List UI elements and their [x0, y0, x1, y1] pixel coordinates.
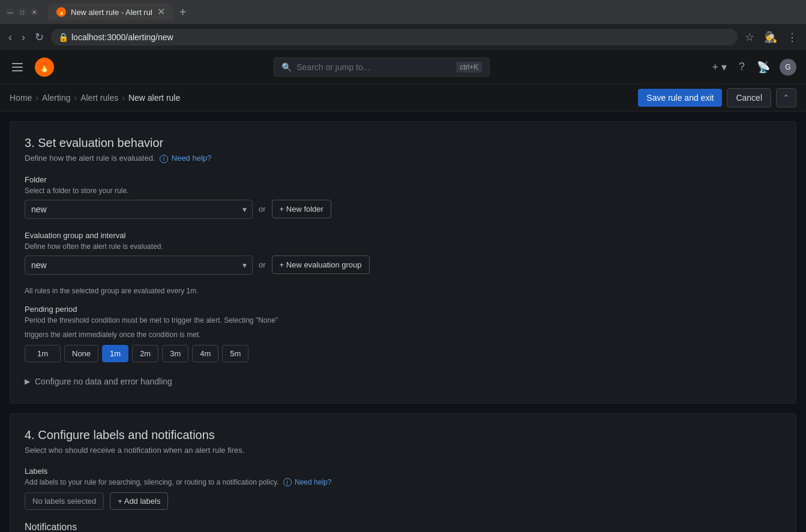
- window-controls: — □ ✕: [6, 8, 38, 16]
- breadcrumb-sep-1: ›: [35, 93, 38, 103]
- address-input[interactable]: [51, 29, 738, 46]
- grafana-logo: 🔥: [35, 58, 54, 77]
- more-button[interactable]: ⋮: [784, 28, 800, 46]
- labels-need-help-link[interactable]: Need help?: [295, 478, 331, 486]
- bookmark-button[interactable]: ☆: [742, 28, 757, 46]
- header-actions: + ▾ ? 📡 G: [709, 58, 796, 76]
- nav-actions: ☆ 🕵 ⋮: [742, 28, 800, 46]
- main-content: 3. Set evaluation behavior Define how th…: [0, 112, 806, 532]
- period-buttons-row: None 1m 2m 3m 4m 5m: [25, 345, 781, 362]
- labels-section: Labels Add labels to your rule for searc…: [25, 467, 781, 510]
- section-3-desc-text: Define how the alert rule is evaluated.: [25, 154, 155, 163]
- period-4m-button[interactable]: 4m: [192, 345, 218, 362]
- labels-info-icon: i: [283, 478, 292, 486]
- labels-row: No labels selected + Add labels: [25, 492, 781, 510]
- configure-no-data-row[interactable]: ▶ Configure no data and error handling: [25, 374, 781, 389]
- eval-sublabel: Define how often the alert rule is evalu…: [25, 242, 781, 251]
- minimize-button[interactable]: —: [6, 8, 14, 16]
- breadcrumb-bar: Home › Alerting › Alert rules › New aler…: [0, 84, 806, 112]
- section3-need-help-link[interactable]: Need help?: [172, 154, 212, 163]
- section-4-desc: Select who should receive a notification…: [25, 446, 781, 455]
- pending-period-desc2: triggers the alert immediately once the …: [25, 330, 781, 339]
- reload-button[interactable]: ↻: [32, 28, 46, 46]
- eval-row: new ▾ or + New evaluation group: [25, 256, 781, 275]
- section-3-title: 3. Set evaluation behavior: [25, 136, 781, 150]
- section-3-card: 3. Set evaluation behavior Define how th…: [10, 121, 796, 404]
- grafana-app: 🔥 🔍 Search or jump to... ctrl+K + ▾ ? 📡 …: [0, 50, 806, 532]
- eval-group-select[interactable]: new: [25, 256, 253, 275]
- pending-period-group: Pending period Period the threshold cond…: [25, 305, 781, 362]
- period-5m-button[interactable]: 5m: [222, 345, 248, 362]
- new-folder-button[interactable]: + New folder: [272, 200, 331, 218]
- eval-select-wrapper: new ▾: [25, 256, 253, 275]
- cancel-button[interactable]: Cancel: [727, 88, 771, 107]
- labels-label: Labels: [25, 467, 781, 476]
- browser-nav: ‹ › ↻ 🔒 ☆ 🕵 ⋮: [0, 24, 806, 50]
- section-3-desc: Define how the alert rule is evaluated. …: [25, 154, 781, 163]
- add-labels-button[interactable]: + Add labels: [110, 492, 168, 510]
- breadcrumb-alerting[interactable]: Alerting: [42, 93, 70, 103]
- active-tab[interactable]: 🔥 New alert rule - Alert rul ✕: [48, 4, 173, 20]
- no-labels-text: No labels selected: [25, 492, 104, 510]
- rss-button[interactable]: 📡: [754, 58, 772, 76]
- section3-info-icon: i: [160, 155, 168, 163]
- new-eval-group-button[interactable]: + New evaluation group: [272, 256, 370, 274]
- search-placeholder-text: Search or jump to...: [296, 62, 451, 72]
- section-4-card: 4. Configure labels and notifications Se…: [10, 413, 796, 533]
- help-button[interactable]: ?: [736, 58, 747, 76]
- browser-chrome: — □ ✕ 🔥 New alert rule - Alert rul ✕ + ‹…: [0, 0, 806, 50]
- pending-period-desc1: Period the threshold condition must be m…: [25, 316, 781, 324]
- evaluation-group-field: Evaluation group and interval Define how…: [25, 231, 781, 275]
- notifications-section: Notifications Select who should receive …: [25, 522, 781, 532]
- tab-title: New alert rule - Alert rul: [71, 8, 152, 17]
- folder-select[interactable]: new: [25, 200, 253, 219]
- tab-favicon: 🔥: [56, 7, 66, 17]
- add-button[interactable]: + ▾: [709, 58, 729, 76]
- search-icon: 🔍: [281, 62, 292, 72]
- back-button[interactable]: ‹: [6, 29, 14, 46]
- eval-info-text: All rules in the selected group are eval…: [25, 287, 781, 295]
- browser-titlebar: — □ ✕ 🔥 New alert rule - Alert rul ✕ +: [0, 0, 806, 24]
- pending-period-input[interactable]: [25, 345, 61, 362]
- configure-chevron-icon: ▶: [25, 377, 30, 386]
- search-bar[interactable]: 🔍 Search or jump to... ctrl+K: [274, 58, 490, 77]
- breadcrumb-home[interactable]: Home: [10, 93, 32, 103]
- header-search: 🔍 Search or jump to... ctrl+K: [64, 58, 700, 77]
- tab-close-button[interactable]: ✕: [157, 7, 165, 17]
- address-lock-icon: 🔒: [58, 32, 68, 42]
- address-bar-container: 🔒: [51, 29, 738, 46]
- browser-tabs: 🔥 New alert rule - Alert rul ✕ +: [48, 4, 800, 20]
- forward-button[interactable]: ›: [19, 29, 28, 46]
- folder-or-text: or: [259, 205, 266, 214]
- configure-label: Configure no data and error handling: [35, 377, 172, 386]
- labels-desc: Add labels to your rule for searching, s…: [25, 478, 781, 487]
- period-1m-button[interactable]: 1m: [102, 345, 128, 362]
- save-rule-button[interactable]: Save rule and exit: [638, 89, 722, 107]
- user-avatar[interactable]: G: [780, 59, 796, 76]
- close-button[interactable]: ✕: [30, 8, 38, 16]
- hamburger-menu-button[interactable]: [10, 61, 25, 74]
- maximize-button[interactable]: □: [18, 8, 26, 16]
- new-tab-button[interactable]: +: [176, 5, 190, 19]
- search-shortcut-badge: ctrl+K: [456, 62, 482, 73]
- app-header: 🔥 🔍 Search or jump to... ctrl+K + ▾ ? 📡 …: [0, 50, 806, 84]
- period-none-button[interactable]: None: [64, 345, 98, 362]
- period-3m-button[interactable]: 3m: [162, 345, 188, 362]
- folder-label: Folder: [25, 175, 781, 184]
- folder-field: Folder Select a folder to store your rul…: [25, 175, 781, 219]
- labels-desc-text: Add labels to your rule for searching, s…: [25, 478, 278, 486]
- incognito-button[interactable]: 🕵: [762, 28, 780, 46]
- eval-or-text: or: [259, 260, 266, 269]
- breadcrumb-alert-rules[interactable]: Alert rules: [80, 93, 118, 103]
- breadcrumb-current: New alert rule: [128, 93, 180, 103]
- period-2m-button[interactable]: 2m: [132, 345, 158, 362]
- collapse-button[interactable]: ⌃: [776, 88, 796, 107]
- pending-period-label: Pending period: [25, 305, 781, 314]
- hamburger-icon: [12, 63, 23, 71]
- breadcrumb-actions: Save rule and exit Cancel ⌃: [638, 88, 796, 107]
- folder-row: new ▾ or + New folder: [25, 200, 781, 219]
- breadcrumb-sep-3: ›: [122, 93, 125, 103]
- folder-sublabel: Select a folder to store your rule.: [25, 187, 781, 195]
- eval-label: Evaluation group and interval: [25, 231, 781, 240]
- section-4-title: 4. Configure labels and notifications: [25, 428, 781, 442]
